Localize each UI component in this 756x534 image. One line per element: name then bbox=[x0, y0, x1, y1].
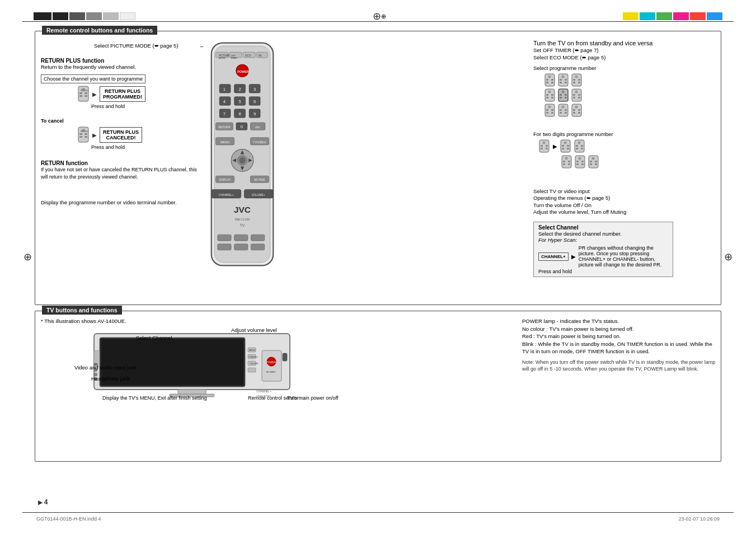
tv-display-menu: Display the TV's MENU, Exit after finish… bbox=[102, 395, 207, 402]
svg-rect-96 bbox=[573, 82, 575, 83]
svg-rect-115 bbox=[578, 97, 580, 99]
return-programmed-block: RETURN+ ▶ RETURN PLUSPROGRAMMED! Press a… bbox=[77, 86, 145, 109]
remote-svg: PICTURE MODE OFF TIMER ECO I/E POWER 1 2… bbox=[200, 40, 284, 275]
footer-left-text: GGT0144-001B-H-EN.indd 4 bbox=[36, 516, 101, 522]
svg-rect-107 bbox=[565, 94, 567, 96]
turn-volume-label: Turn the volume Off / On bbox=[533, 202, 591, 208]
bar-blue bbox=[707, 12, 722, 20]
svg-point-129 bbox=[575, 106, 578, 109]
svg-rect-130 bbox=[573, 109, 575, 111]
svg-rect-156 bbox=[563, 163, 565, 165]
tv-adjust-volume: Adjust volume level bbox=[231, 327, 277, 333]
svg-rect-168 bbox=[590, 163, 592, 165]
two-digit-icon-5 bbox=[575, 155, 586, 169]
two-digit-icon-6 bbox=[588, 155, 599, 169]
return-func-desc: If you have not set or have canceled the… bbox=[41, 166, 198, 180]
svg-rect-83 bbox=[551, 79, 553, 81]
bar-left-grayscale bbox=[34, 12, 135, 20]
bar-right-color bbox=[623, 12, 722, 20]
svg-rect-90 bbox=[560, 82, 562, 83]
adjust-volume-label: Adjust the volume level, Turn off Muting bbox=[533, 209, 626, 215]
return-canceled-block: RETURN+ ▶ RETURN PLUSCANCELED! Press and… bbox=[77, 127, 142, 150]
two-digit-icon-3 bbox=[574, 139, 585, 153]
two-digit-icon-4 bbox=[561, 155, 572, 169]
footer: GGT0144-001B-H-EN.indd 4 23-02-07 10:26:… bbox=[36, 516, 720, 522]
svg-rect-95 bbox=[578, 79, 580, 81]
svg-text:6: 6 bbox=[253, 99, 256, 104]
select-tv-label: Select TV or video input bbox=[533, 188, 590, 194]
svg-text:ECO: ECO bbox=[246, 54, 251, 57]
svg-rect-132 bbox=[573, 112, 575, 114]
bar-magenta bbox=[673, 12, 689, 20]
svg-rect-142 bbox=[562, 145, 564, 147]
svg-point-93 bbox=[575, 76, 578, 78]
svg-rect-85 bbox=[551, 82, 553, 83]
svg-point-159 bbox=[579, 157, 581, 160]
remote-icon-2: RETURN+ bbox=[77, 127, 90, 143]
svg-rect-102 bbox=[546, 97, 548, 99]
svg-text:ON TIMER: ON TIMER bbox=[266, 371, 276, 373]
svg-rect-136 bbox=[541, 145, 543, 147]
svg-rect-149 bbox=[581, 145, 583, 147]
svg-text:d/d+: d/d+ bbox=[255, 126, 260, 129]
svg-rect-108 bbox=[560, 97, 562, 99]
svg-rect-144 bbox=[562, 148, 564, 149]
prog-icon-7 bbox=[544, 104, 556, 118]
svg-rect-89 bbox=[565, 79, 567, 81]
press-hold-2: Press and hold bbox=[91, 144, 142, 150]
svg-rect-150 bbox=[576, 148, 578, 149]
footer-right-text: 23-02-07 10:26:09 bbox=[678, 516, 720, 522]
svg-rect-100 bbox=[546, 94, 548, 96]
svg-rect-112 bbox=[573, 94, 575, 96]
svg-text:TIMER: TIMER bbox=[231, 57, 237, 59]
svg-rect-126 bbox=[560, 112, 562, 114]
svg-text:OFF: OFF bbox=[231, 55, 236, 57]
no-colour-label: No colour : TV's main power is being tur… bbox=[522, 326, 718, 332]
bar-yellow bbox=[623, 12, 638, 20]
right-crosshair: ⊕ bbox=[724, 251, 732, 263]
svg-rect-82 bbox=[546, 79, 548, 81]
bar-red bbox=[690, 12, 706, 20]
svg-rect-163 bbox=[581, 163, 584, 165]
picture-connector bbox=[200, 46, 203, 47]
operating-menus-label: Operating the menus (➨ page 5) bbox=[533, 195, 610, 201]
svg-rect-133 bbox=[578, 112, 580, 114]
set-off-timer-label: Set OFF TIMER (➨ page 7) bbox=[533, 47, 599, 53]
svg-point-165 bbox=[592, 157, 595, 160]
svg-rect-76 bbox=[84, 133, 87, 135]
svg-text:7: 7 bbox=[223, 111, 226, 116]
svg-rect-64 bbox=[234, 244, 248, 250]
select-picture-label: Select PICTURE MODE (➨ page 5) bbox=[94, 43, 179, 49]
two-digits-block: For two digits programme number ▶ bbox=[533, 131, 613, 169]
pr-changes-label: PR changes without changing the picture.… bbox=[579, 245, 668, 268]
power-lamp-label: POWER lamp - Indicates the TV's status. bbox=[522, 318, 718, 324]
blink-label: Blink : While the TV is in standby mode,… bbox=[522, 340, 718, 355]
svg-rect-91 bbox=[565, 82, 567, 83]
svg-rect-167 bbox=[595, 161, 597, 162]
bar-seg-1 bbox=[34, 12, 51, 20]
svg-text:5: 5 bbox=[238, 99, 241, 104]
svg-rect-162 bbox=[576, 163, 579, 165]
svg-text:MENU: MENU bbox=[220, 140, 229, 144]
svg-rect-157 bbox=[568, 163, 570, 165]
svg-rect-119 bbox=[551, 109, 553, 111]
tv-video-audio: Video and audio input jack bbox=[74, 364, 137, 371]
press-hold-3: Press and hold bbox=[538, 269, 668, 274]
svg-rect-106 bbox=[560, 94, 562, 96]
top-decorative-bar: ⊕ bbox=[0, 10, 756, 22]
svg-rect-75 bbox=[79, 133, 82, 135]
svg-rect-77 bbox=[79, 136, 82, 138]
svg-text:3: 3 bbox=[253, 87, 256, 92]
select-desired-label: Select the desired channel number. bbox=[538, 231, 668, 237]
remote-icon-1: RETURN+ bbox=[77, 86, 90, 102]
svg-text:0: 0 bbox=[241, 124, 243, 129]
svg-rect-97 bbox=[578, 82, 580, 83]
svg-point-141 bbox=[564, 142, 567, 144]
svg-rect-88 bbox=[560, 79, 562, 81]
select-programme-label: Select programme number bbox=[533, 65, 596, 71]
bar-green bbox=[656, 12, 672, 20]
svg-rect-109 bbox=[565, 97, 567, 99]
svg-text:MENU: MENU bbox=[249, 349, 256, 352]
svg-text:DISPLAY: DISPLAY bbox=[219, 179, 231, 181]
prog-icon-1 bbox=[544, 73, 556, 87]
